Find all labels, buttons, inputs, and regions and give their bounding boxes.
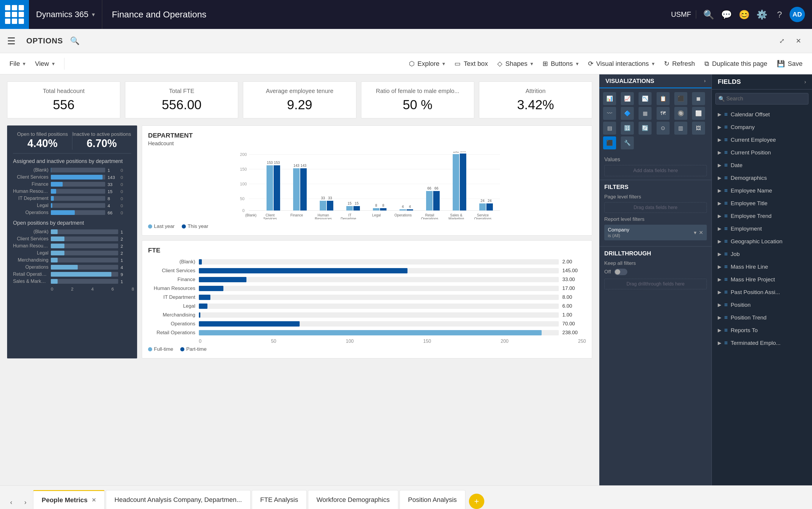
settings-icon[interactable]: ⚙️ (754, 7, 770, 22)
field-demographics[interactable]: ▶ ≡ Demographics (712, 172, 812, 184)
viz-icon-7[interactable]: 〰 (603, 107, 616, 120)
field-company[interactable]: ▶ ≡ Company (712, 121, 812, 133)
viz-icon-18[interactable]: 🖼 (692, 122, 705, 135)
duplicate-page-button[interactable]: ⧉ Duplicate this page (705, 60, 768, 68)
field-current-employee[interactable]: ▶ ≡ Current Employee (712, 133, 812, 146)
field-reports-to[interactable]: ▶ ≡ Reports To (712, 324, 812, 337)
field-employment[interactable]: ▶ ≡ Employment (712, 222, 812, 235)
tab-position-analysis[interactable]: Position Analysis (400, 490, 465, 509)
tab-nav-left[interactable]: ‹ (5, 496, 18, 509)
field-terminated-employee[interactable]: ▶ ≡ Terminated Emplo... (712, 337, 812, 349)
legend-last-label: Last year (154, 224, 175, 229)
viz-icon-8[interactable]: 🔷 (621, 107, 634, 120)
field-geographic-location[interactable]: ▶ ≡ Geographic Location (712, 235, 812, 248)
dept-label: IT Department (13, 196, 49, 201)
bar-track (51, 244, 118, 248)
filter-close-icon[interactable]: ✕ (699, 229, 703, 236)
tab-fte-analysis[interactable]: FTE Analysis (252, 490, 307, 509)
viz-icon-15[interactable]: 🔄 (638, 122, 652, 135)
filter-chevron-down-icon[interactable]: ▾ (694, 229, 696, 236)
viz-icon-9[interactable]: ▦ (638, 107, 652, 120)
field-employee-name[interactable]: ▶ ≡ Employee Name (712, 184, 812, 197)
field-date[interactable]: ▶ ≡ Date (712, 159, 812, 172)
viz-icon-13[interactable]: ▤ (603, 122, 616, 135)
save-button[interactable]: 💾 Save (777, 60, 803, 68)
svg-text:150: 150 (240, 167, 247, 172)
field-past-position[interactable]: ▶ ≡ Past Position Assi... (712, 286, 812, 299)
viz-icon-1[interactable]: 📊 (603, 92, 616, 105)
top-nav-bar: Dynamics 365 ▾ Finance and Operations US… (0, 0, 812, 29)
viz-icon-19-active[interactable]: ⬛ (603, 136, 616, 149)
tab-headcount-analysis[interactable]: Headcount Analysis Company, Departmen... (106, 490, 250, 509)
open-bar-retail: Retail Operations 9 (13, 272, 131, 277)
fields-expand-icon[interactable]: › (804, 79, 806, 85)
hamburger-menu[interactable]: ☰ (7, 35, 15, 47)
field-position[interactable]: ▶ ≡ Position (712, 299, 812, 311)
tab-people-metrics-close[interactable]: ✕ (92, 497, 96, 503)
field-current-position[interactable]: ▶ ≡ Current Position (712, 146, 812, 159)
field-employee-trend[interactable]: ▶ ≡ Employee Trend (712, 210, 812, 222)
visualizations-tab[interactable]: VISUALIZATIONS › (599, 74, 712, 88)
field-position-trend[interactable]: ▶ ≡ Position Trend (712, 311, 812, 324)
file-menu[interactable]: File ▾ (9, 60, 25, 68)
help-icon[interactable]: ? (772, 7, 787, 22)
refresh-button[interactable]: ↻ Refresh (664, 60, 695, 68)
field-mass-hire-project[interactable]: ▶ ≡ Mass Hire Project (712, 273, 812, 286)
bar-track (51, 258, 118, 263)
visual-interactions-button[interactable]: ⟳ Visual interactions ▾ (588, 60, 655, 68)
viz-icon-2[interactable]: 📈 (621, 92, 634, 105)
viz-icon-20[interactable]: 🔧 (621, 136, 634, 149)
view-menu[interactable]: View ▾ (35, 60, 54, 68)
field-calendar-offset[interactable]: ▶ ≡ Calendar Offset (712, 108, 812, 121)
waffle-menu[interactable] (0, 0, 29, 29)
field-employee-title[interactable]: ▶ ≡ Employee Title (712, 197, 812, 210)
avatar[interactable]: AD (789, 7, 805, 22)
viz-icon-14[interactable]: 🔢 (621, 122, 634, 135)
search-nav-icon[interactable]: 🔍 (701, 7, 716, 22)
viz-icon-11[interactable]: 🔘 (674, 107, 687, 120)
viz-icon-17[interactable]: ▥ (674, 122, 687, 135)
field-job[interactable]: ▶ ≡ Job (712, 248, 812, 261)
tab-nav-right[interactable]: › (19, 496, 32, 509)
add-tab-button[interactable]: + (469, 494, 484, 509)
add-data-placeholder: Add data fields here (604, 165, 707, 176)
maximize-icon[interactable]: ⤢ (775, 35, 788, 47)
viz-icon-12[interactable]: ⬜ (692, 107, 705, 120)
viz-icon-4[interactable]: 📋 (657, 92, 669, 105)
emoji-icon[interactable]: 😊 (736, 7, 752, 22)
viz-icon-6[interactable]: ◼ (692, 92, 705, 105)
options-search-icon[interactable]: 🔍 (70, 36, 80, 45)
app-name-label: Finance and Operations (102, 9, 666, 20)
fte-hr: Human Resources 17.00 (148, 285, 586, 292)
viz-icon-10[interactable]: 🗺 (657, 107, 669, 120)
shapes-button[interactable]: ◇ Shapes ▾ (497, 60, 533, 68)
svg-text:33: 33 (321, 196, 325, 200)
viz-icon-16[interactable]: ⊙ (657, 122, 669, 135)
drillthrough-title: DRILLTHROUGH (604, 250, 707, 257)
kpi-headcount-value: 556 (17, 97, 111, 112)
filters-title: FILTERS (604, 184, 707, 191)
close-window-icon[interactable]: ✕ (792, 35, 805, 47)
dynamics365-label[interactable]: Dynamics 365 ▾ (29, 0, 102, 29)
bar-fill-7 (51, 210, 75, 215)
textbox-button[interactable]: ▭ Text box (455, 60, 488, 68)
tab-people-metrics[interactable]: People Metrics ✕ (33, 490, 104, 509)
fte-client: Client Services 145.00 (148, 268, 586, 274)
viz-icon-5[interactable]: ⬛ (674, 92, 687, 105)
shapes-icon: ◇ (497, 60, 502, 68)
tab-workforce-demographics[interactable]: Workforce Demographics (308, 490, 398, 509)
toggle-switch[interactable] (614, 269, 627, 275)
chat-icon[interactable]: 💬 (719, 7, 734, 22)
company-filter-chip[interactable]: Company is (All) ▾ ✕ (604, 225, 707, 240)
svg-rect-34 (426, 191, 433, 210)
viz-icon-3[interactable]: 📉 (638, 92, 652, 105)
fte-legend: Full-time Part-time (148, 346, 586, 352)
explore-button[interactable]: ⬡ Explore ▾ (409, 60, 445, 68)
fields-search-input[interactable] (715, 93, 808, 104)
tab-headcount-label: Headcount Analysis Company, Departmen... (114, 496, 242, 504)
buttons-button[interactable]: ⊞ Buttons ▾ (542, 60, 579, 68)
field-mass-hire-line[interactable]: ▶ ≡ Mass Hire Line (712, 261, 812, 273)
tab-position-label: Position Analysis (408, 496, 457, 504)
svg-rect-42 (479, 203, 486, 210)
assigned-bar-it: IT Department 8 0 (13, 196, 131, 201)
